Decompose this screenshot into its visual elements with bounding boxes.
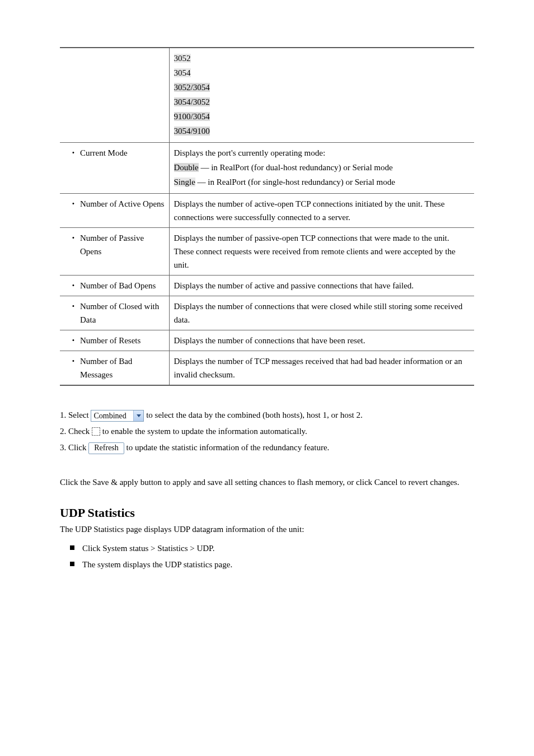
table-row: 3052 3054 3052/3054 3054/3052 9100/3054 … <box>60 48 474 143</box>
mode-option: Double <box>174 163 199 172</box>
port-option: 3054 <box>174 68 191 77</box>
mode-option-tail: — in RealPort (for dual-host redundancy)… <box>199 163 393 172</box>
fields-table: 3052 3054 3052/3054 3054/3052 9100/3054 … <box>60 47 474 386</box>
field-desc: Displays the number of connections that … <box>174 302 463 324</box>
port-option: 3052/3054 <box>174 83 210 92</box>
table-row: Number of Active Opens Displays the numb… <box>60 194 474 228</box>
table-row: Number of Bad Opens Displays the number … <box>60 276 474 296</box>
field-label: Number of Active Opens <box>64 197 165 211</box>
table-row: Number of Resets Displays the number of … <box>60 330 474 351</box>
field-desc: Displays the number of active and passiv… <box>174 281 414 290</box>
table-row: Number of Closed with Data Displays the … <box>60 296 474 330</box>
port-option: 3052 <box>174 54 191 63</box>
chevron-down-icon <box>133 410 143 421</box>
save-apply-note: Click the Save & apply button to apply a… <box>60 475 474 489</box>
step-text: 3. Click <box>60 443 88 452</box>
nav-steps-list: Click System status > Statistics > UDP. … <box>60 540 474 572</box>
field-desc: Displays the number of active-open TCP c… <box>174 199 445 222</box>
mode-option-tail: — in RealPort (for single-host redundanc… <box>195 178 395 186</box>
select-value: Combined <box>93 412 126 420</box>
port-option: 9100/3054 <box>174 112 210 121</box>
field-label: Number of Bad Messages <box>64 354 165 381</box>
step-text: 2. Check <box>60 427 92 436</box>
table-row: Number of Bad Messages Displays the numb… <box>60 351 474 386</box>
section-heading-udp: UDP Statistics <box>60 506 474 520</box>
field-label: Current Mode <box>64 146 165 160</box>
step-text: to update the statistic information of t… <box>127 443 330 452</box>
field-desc: Displays the port's currently operating … <box>174 146 470 160</box>
data-host-select[interactable]: Combined <box>91 410 144 422</box>
field-label: Number of Resets <box>64 334 165 347</box>
field-label: Number of Bad Opens <box>64 279 165 292</box>
field-label: Number of Closed with Data <box>64 300 165 326</box>
field-desc: Displays the number of connections that … <box>174 336 366 345</box>
step-text: to enable the system to update the infor… <box>102 427 307 436</box>
auto-refresh-checkbox[interactable] <box>92 427 100 436</box>
list-item: Click System status > Statistics > UDP. <box>60 540 474 557</box>
section-subtext: The UDP Statistics page displays UDP dat… <box>60 522 474 536</box>
step-text: to select the data by the combined (both… <box>146 410 363 419</box>
table-row: Number of Passive Opens Displays the num… <box>60 228 474 276</box>
field-desc: Displays the number of TCP messages rece… <box>174 357 462 379</box>
mode-option: Single <box>174 178 195 186</box>
port-option: 3054/9100 <box>174 127 210 136</box>
svg-marker-0 <box>137 414 141 417</box>
refresh-button[interactable]: Refresh <box>88 442 124 455</box>
step-text: 1. Select <box>60 410 91 419</box>
list-item: The system displays the UDP statistics p… <box>60 557 474 573</box>
field-desc: Displays the number of passive-open TCP … <box>174 234 456 269</box>
table-row: Current Mode Displays the port's current… <box>60 143 474 194</box>
instruction-list: 1. Select Combined to select the data by… <box>60 408 474 454</box>
field-label: Number of Passive Opens <box>64 231 165 258</box>
port-option: 3054/3052 <box>174 97 210 106</box>
